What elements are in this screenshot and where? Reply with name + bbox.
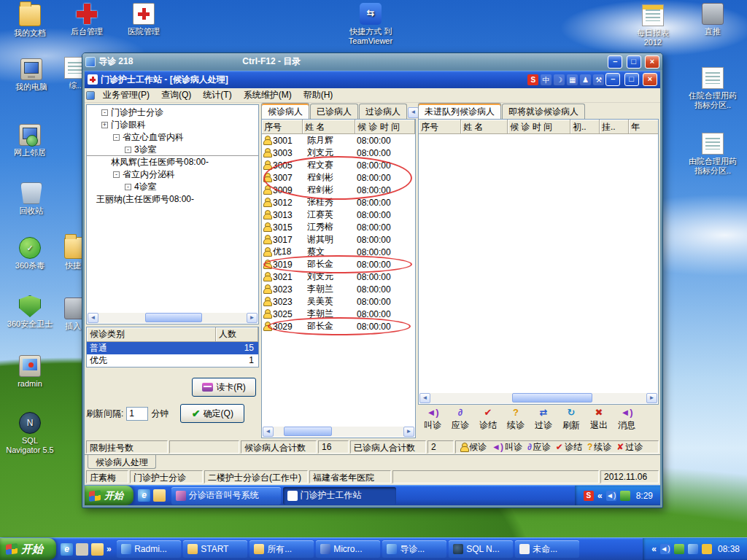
radmin-titlebar[interactable]: 导诊 218 Ctrl-F12 - 目录 – □ × bbox=[82, 53, 662, 70]
toolbar-button[interactable]: ↻ 刷新 bbox=[558, 407, 584, 438]
tree-toggle-icon[interactable]: - bbox=[125, 184, 131, 190]
desktop-icon-360av[interactable]: ✓ 360杀毒 bbox=[6, 237, 54, 271]
tree-toggle-icon[interactable]: - bbox=[125, 147, 131, 153]
tree-node[interactable]: -4诊室 bbox=[87, 181, 258, 193]
menu-item[interactable]: 查询(Q) bbox=[156, 88, 196, 103]
tray-chevron-icon[interactable]: « bbox=[597, 491, 603, 501]
column-header[interactable]: 序号 bbox=[262, 120, 303, 133]
tree-node[interactable]: -省立内分泌科 bbox=[87, 168, 258, 181]
show-desktop-icon[interactable] bbox=[76, 543, 88, 556]
task-voice-call-system[interactable]: 分诊语音叫号系统 bbox=[171, 487, 281, 505]
menu-item[interactable]: 帮助(H) bbox=[298, 88, 338, 103]
toolbar-button[interactable]: ✔ 诊结 bbox=[475, 407, 501, 438]
column-header[interactable]: 候诊类别 bbox=[87, 327, 216, 342]
minimize-button[interactable]: – bbox=[605, 73, 620, 86]
scrollbar-thumb[interactable] bbox=[284, 427, 332, 436]
toolbar-button[interactable]: ✖ 退出 bbox=[586, 407, 612, 438]
tree-toggle-icon[interactable]: - bbox=[101, 109, 108, 116]
chevron-icon[interactable]: » bbox=[107, 544, 112, 554]
patient-row[interactable]: 3013 江赛英 08:00:00 bbox=[262, 209, 415, 221]
folder-icon[interactable] bbox=[91, 543, 104, 556]
scrollbar-thumb[interactable] bbox=[145, 313, 202, 322]
desktop-icon-radmin[interactable]: radmin bbox=[6, 355, 54, 389]
wrench-icon[interactable]: ⚒ bbox=[593, 74, 604, 85]
tree-node[interactable]: -3诊室 bbox=[87, 144, 258, 156]
desktop-icon-sql-navigator[interactable]: N SQL Navigator 5.5 bbox=[6, 412, 54, 454]
tray-chevron-icon[interactable]: « bbox=[651, 544, 657, 554]
desktop-icon-inpatient-report2[interactable]: 由院合理用药指标分区.. bbox=[689, 133, 737, 175]
scroll-right-icon[interactable]: ► bbox=[247, 313, 258, 323]
column-header[interactable]: 初.. bbox=[570, 120, 600, 133]
folder-icon[interactable] bbox=[153, 489, 166, 502]
tree-toggle-icon[interactable]: - bbox=[113, 171, 120, 178]
user-icon[interactable]: ♟ bbox=[580, 74, 591, 85]
patient-row[interactable]: 3019 邵长金 08:00:00 bbox=[262, 258, 415, 271]
close-button[interactable]: × bbox=[643, 73, 657, 86]
patient-row[interactable]: 3009 程剑彬 08:00:00 bbox=[262, 184, 415, 196]
patient-row[interactable]: 3015 江秀榕 08:00:00 bbox=[262, 221, 415, 233]
remote-start-button[interactable]: 开始 bbox=[85, 486, 133, 505]
column-header[interactable]: 候 诊 时 间 bbox=[355, 120, 415, 133]
tree-toggle-icon[interactable]: - bbox=[113, 134, 120, 141]
column-header[interactable]: 候 诊 时 间 bbox=[508, 120, 570, 133]
moon-icon[interactable]: ☽ bbox=[554, 74, 565, 85]
ie-icon[interactable]: e bbox=[61, 543, 73, 556]
volume-icon[interactable]: ◄) bbox=[660, 544, 670, 554]
scroll-left-icon[interactable]: ◄ bbox=[419, 393, 430, 403]
read-card-button[interactable]: 读卡(R) bbox=[192, 378, 256, 397]
app-titlebar[interactable]: 门诊护士工作站 - [候诊病人处理] S 中 ☽ ▦ ♟ ⚒ – □ bbox=[85, 71, 660, 88]
patient-row[interactable]: 3005 程文赛 08:00:00 bbox=[262, 159, 415, 171]
category-row-priority[interactable]: 优先 1 bbox=[87, 354, 258, 367]
desktop-icon-inpatient-report1[interactable]: 住院合理用药指标分区.. bbox=[689, 67, 737, 109]
column-header[interactable]: 挂.. bbox=[600, 120, 629, 133]
task-button[interactable]: Radmi... bbox=[117, 540, 181, 558]
tree-toggle-icon[interactable]: + bbox=[101, 122, 108, 128]
tree-node[interactable]: 王丽纳(主任医师号08:00- bbox=[87, 193, 258, 206]
tree-node[interactable]: -门诊护士分诊 bbox=[87, 106, 258, 119]
toolbar-button[interactable]: ∂ 应诊 bbox=[447, 407, 473, 438]
tab-upcoming[interactable]: 即将就诊候诊病人 bbox=[502, 104, 585, 119]
volume-icon[interactable]: ◄) bbox=[606, 491, 616, 501]
scrollbar-thumb[interactable] bbox=[512, 393, 592, 402]
tab-seen-patients[interactable]: 已诊病人 bbox=[310, 104, 358, 119]
start-button[interactable]: 开始 bbox=[0, 538, 56, 560]
task-nurse-workstation[interactable]: 门诊护士工作站 bbox=[283, 487, 396, 505]
scroll-left-icon[interactable]: ◄ bbox=[88, 313, 98, 323]
ime-icon[interactable]: S bbox=[527, 74, 538, 85]
patient-row[interactable]: 3023 吴美英 08:00:00 bbox=[262, 295, 415, 308]
patient-row[interactable]: 3023 李朝兰 08:00:00 bbox=[262, 283, 415, 295]
keyboard-icon[interactable]: ▦ bbox=[567, 74, 578, 85]
toolbar-button[interactable]: ⇄ 过诊 bbox=[530, 407, 557, 438]
column-header[interactable]: 姓 名 bbox=[461, 120, 508, 133]
patient-row[interactable]: 3029 邵长金 08:00:00 bbox=[262, 320, 415, 332]
desktop-icon-teamviewer[interactable]: ⇆ 快捷方式 到 TeamViewer bbox=[344, 3, 397, 45]
maximize-button[interactable]: □ bbox=[627, 55, 641, 69]
desktop-icon-recycle-bin[interactable]: 回收站 bbox=[7, 182, 55, 216]
tab-scroll-left-icon[interactable]: ◄ bbox=[408, 107, 419, 118]
patient-row[interactable]: 3012 张桂秀 08:00:00 bbox=[262, 196, 415, 209]
menu-item[interactable]: 系统维护(M) bbox=[239, 88, 297, 103]
confirm-button[interactable]: ✔ 确定(Q) bbox=[180, 404, 244, 423]
language-icon[interactable]: 中 bbox=[541, 74, 551, 85]
department-tree[interactable]: ◄ ► -门诊护士分诊 +门诊眼科 bbox=[86, 104, 259, 324]
task-button[interactable]: 所有... bbox=[249, 540, 314, 558]
menu-item[interactable]: 业务管理(P) bbox=[98, 88, 155, 103]
desktop-icon-my-documents[interactable]: 我的文档 bbox=[6, 4, 54, 38]
tab-passed-patients[interactable]: 过诊病人 bbox=[359, 104, 407, 119]
restore-button[interactable]: □ bbox=[624, 73, 639, 86]
scroll-right-icon[interactable]: ► bbox=[403, 427, 414, 437]
category-row-normal[interactable]: 普通 15 bbox=[87, 342, 258, 354]
task-button[interactable]: 未命... bbox=[515, 540, 579, 558]
toolbar-button[interactable]: ◄) 叫诊 bbox=[419, 407, 446, 438]
grid-horizontal-scrollbar[interactable]: ◄ ► bbox=[263, 427, 414, 437]
update-icon[interactable] bbox=[702, 544, 712, 554]
patient-row[interactable]: 3017 谢其明 08:00:00 bbox=[262, 233, 415, 246]
patient-row[interactable]: 3025 李朝兰 08:00:00 bbox=[262, 308, 415, 320]
desktop-icon-360guard[interactable]: 360安全卫士 bbox=[6, 295, 54, 329]
toolbar-button[interactable]: ? 续诊 bbox=[503, 407, 529, 438]
shield-tray-icon[interactable] bbox=[674, 544, 684, 554]
task-button[interactable]: START bbox=[183, 540, 247, 558]
desktop-icon-daily-report[interactable]: 每日报表2012 bbox=[629, 4, 677, 47]
close-button[interactable]: × bbox=[645, 55, 659, 69]
grid-horizontal-scrollbar[interactable]: ◄ ► bbox=[419, 393, 657, 403]
